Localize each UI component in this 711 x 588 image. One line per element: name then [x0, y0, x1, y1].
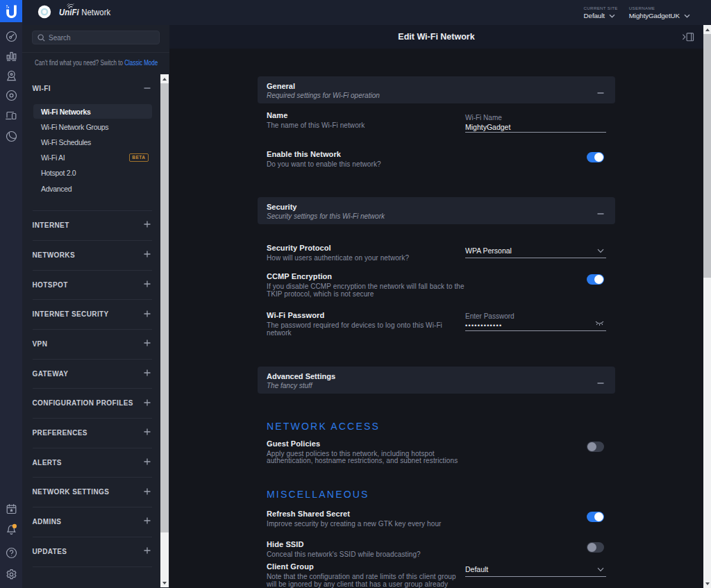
scroll-up-button[interactable] [703, 25, 711, 34]
security-protocol-desc: How will users authenticate on your netw… [267, 255, 465, 262]
main-scrollbar[interactable] [703, 25, 711, 588]
sidebar-item-wifi-schedules[interactable]: Wi-Fi Schedules [33, 135, 152, 150]
expand-plus-icon [144, 517, 151, 526]
collapse-panel-button[interactable] [682, 31, 694, 42]
miscellaneous-heading: MISCELLANEOUS [258, 489, 615, 500]
ccmp-toggle[interactable] [587, 274, 604, 285]
settings-gear-icon[interactable] [0, 566, 22, 582]
collapse-minus-icon[interactable] [597, 208, 604, 220]
hide-ssid-toggle[interactable] [587, 542, 604, 553]
expand-plus-icon [144, 221, 151, 229]
card-general[interactable]: General Required settings for Wi-Fi oper… [258, 76, 615, 103]
nav-group-networks[interactable]: NETWORKS [33, 250, 151, 260]
sidebar-item-wifi-ai[interactable]: Wi-Fi AI BETA [33, 151, 152, 165]
enable-network-toggle[interactable] [587, 152, 604, 162]
divider [33, 507, 152, 507]
expand-plus-icon [144, 458, 151, 467]
search-input[interactable]: Search [32, 31, 160, 44]
nav-group-vpn[interactable]: VPN [33, 339, 151, 348]
nav-group-alerts[interactable]: ALERTS [33, 457, 151, 467]
nav-group-internet-security[interactable]: INTERNET SECURITY [33, 310, 151, 319]
field-name-desc: The name of this Wi-Fi network [267, 122, 465, 130]
wifi-name-input[interactable]: Wi-Fi Name MightyGadget [465, 113, 606, 133]
wifiman-icon[interactable] [0, 128, 22, 144]
divider [33, 299, 152, 300]
expand-plus-icon [144, 280, 151, 289]
user-menu[interactable]: USERNAME MightyGadgetUK [629, 6, 690, 20]
nav-group-configuration-profiles[interactable]: CONFIGURATION PROFILES [33, 398, 151, 408]
refresh-shared-secret-toggle[interactable] [587, 512, 604, 522]
card-advanced-settings[interactable]: Advanced Settings The fancy stuff [258, 367, 615, 394]
nav-group-gateway[interactable]: GATEWAY [33, 369, 151, 378]
sidebar-scrollbar[interactable] [160, 74, 169, 587]
card-subtitle: The fancy stuff [267, 382, 606, 390]
help-icon[interactable] [0, 544, 22, 561]
sidebar-item-wifi-networks[interactable]: Wi-Fi Networks [33, 104, 152, 119]
nav-group-wifi[interactable]: WI-FI [33, 84, 151, 94]
hide-ssid-label: Hide SSID [267, 540, 465, 549]
form-content: General Required settings for Wi-Fi oper… [258, 49, 615, 588]
scroll-up-button[interactable] [160, 74, 169, 83]
collapse-minus-icon[interactable] [597, 87, 604, 99]
show-password-eye-icon[interactable] [595, 321, 604, 327]
row-text: Security Protocol How will users authent… [267, 244, 465, 262]
divider [22, 52, 169, 53]
card-title: Security [267, 203, 606, 212]
map-icon[interactable] [0, 67, 22, 84]
chevron-down-icon [597, 567, 604, 572]
app-brand[interactable]: UniFiNetwork [37, 5, 120, 19]
scroll-arrow-down-icon [162, 582, 167, 585]
toggle-knob [594, 275, 603, 284]
form-row-guest-policies: Guest Policies Apply guest policies to t… [258, 439, 615, 466]
app-rail [0, 0, 22, 588]
client-group-value: Default [465, 564, 606, 576]
scroll-down-button[interactable] [160, 578, 169, 587]
expand-plus-icon [144, 251, 151, 259]
divider [33, 270, 152, 271]
nav-group-hotspot[interactable]: HOTSPOT [33, 280, 151, 289]
nav-group-network-settings[interactable]: NETWORK SETTINGS [33, 487, 151, 497]
row-text: Hide SSID Conceal this network's SSID wh… [267, 540, 465, 559]
ccmp-desc: If you disable CCMP encryption the netwo… [267, 283, 465, 299]
dashboard-icon[interactable] [0, 28, 22, 44]
expand-plus-icon [144, 547, 151, 555]
form-row-hide-ssid: Hide SSID Conceal this network's SSID wh… [258, 540, 615, 559]
clients-icon[interactable] [0, 107, 22, 124]
wifi-arcs-icon [66, 3, 74, 10]
unifi-ap-icon [37, 5, 51, 19]
devices-icon[interactable] [0, 87, 22, 103]
scroll-arrow-up-icon [705, 28, 710, 31]
site-switcher[interactable]: CURRENT SITE Default [584, 6, 618, 20]
notifications-bell-icon[interactable] [0, 521, 22, 537]
sidebar-item-wifi-network-groups[interactable]: Wi-Fi Network Groups [33, 119, 152, 134]
card-security[interactable]: Security Security settings for this Wi-F… [258, 197, 615, 224]
client-group-select[interactable]: Default [465, 564, 606, 577]
ubiquiti-logo[interactable] [0, 0, 22, 22]
scroll-down-button[interactable] [703, 579, 711, 588]
ccmp-label: CCMP Encryption [267, 272, 465, 281]
sidebar-item-hotspot-20[interactable]: Hotspot 2.0 [33, 166, 152, 180]
guest-policies-label: Guest Policies [267, 439, 465, 448]
nav-group-internet[interactable]: INTERNET [33, 220, 151, 230]
expand-plus-icon [144, 339, 151, 348]
security-protocol-select[interactable]: WPA Personal [465, 246, 606, 258]
nav-group-updates[interactable]: UPDATES [33, 546, 151, 556]
classic-mode-link[interactable]: Classic Mode [124, 59, 158, 67]
collapse-minus-icon[interactable] [597, 377, 604, 389]
wifi-password-label: Wi-Fi Password [267, 311, 465, 320]
statistics-icon[interactable] [0, 47, 22, 64]
row-text: CCMP Encryption If you disable CCMP encr… [267, 272, 465, 299]
scrollbar-thumb[interactable] [703, 34, 711, 278]
nav-group-admins[interactable]: ADMINS [33, 516, 151, 526]
wifi-password-input[interactable]: Enter Password •••••••••••• [465, 312, 606, 331]
form-row-client-group: Client Group Note that the configuration… [258, 562, 615, 588]
sidebar-item-advanced[interactable]: Advanced [33, 182, 152, 196]
form-row-name: Name The name of this Wi-Fi network Wi-F… [258, 111, 615, 133]
nav-group-preferences[interactable]: PREFERENCES [33, 428, 151, 437]
hide-ssid-desc: Conceal this network's SSID while broadc… [267, 551, 465, 559]
form-row-security-protocol: Security Protocol How will users authent… [258, 244, 615, 262]
guest-policies-toggle[interactable] [587, 442, 604, 452]
whats-new-icon[interactable] [0, 501, 22, 517]
scrollbar-thumb[interactable] [160, 83, 169, 532]
row-field: Default [465, 562, 606, 588]
